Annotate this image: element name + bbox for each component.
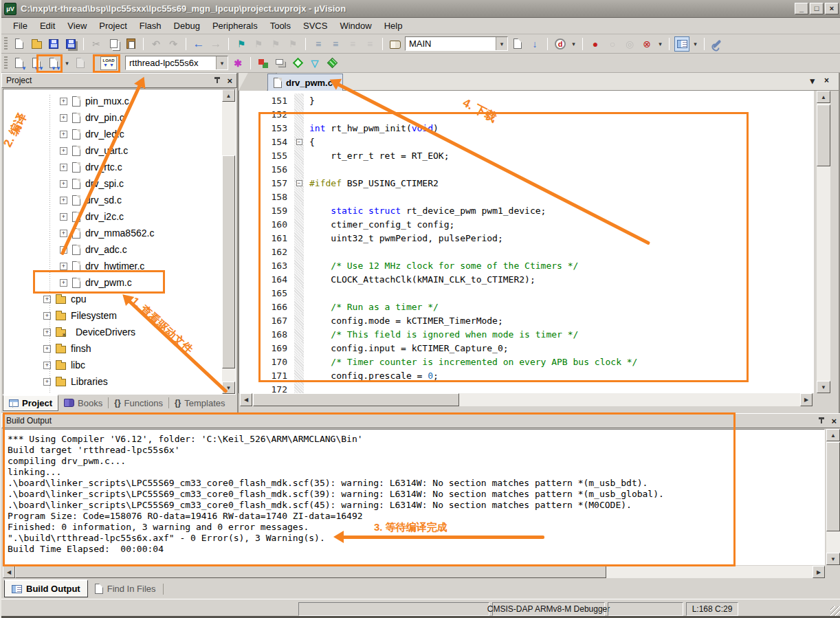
redo-button[interactable]: ↷ (166, 36, 181, 52)
unindent-button[interactable]: ≡ (311, 36, 326, 52)
incremental-find-button[interactable]: ↓ (527, 36, 542, 52)
tree-folder-finsh[interactable]: +finsh (3, 340, 235, 357)
menu-item-peripherals[interactable]: Peripherals (206, 19, 264, 33)
editor-vscrollbar[interactable]: ▲ ▼ (817, 91, 830, 393)
build-output-log[interactable]: *** Using Compiler 'V6.12', folder: 'C:\… (3, 429, 825, 565)
expand-icon[interactable]: + (60, 180, 67, 188)
scroll-thumb[interactable] (222, 155, 235, 368)
comment-button[interactable]: ≡ (345, 36, 360, 52)
scroll-up-button[interactable]: ▲ (826, 429, 840, 441)
scroll-left-button[interactable]: ◀ (3, 566, 15, 578)
tree-file-drv_led.c[interactable]: +drv_led.c (3, 126, 235, 142)
tree-file-drv_sd.c[interactable]: +drv_sd.c (3, 192, 235, 208)
toggle-bookmark-button[interactable]: ⚑ (234, 36, 249, 52)
tab-project[interactable]: Project (3, 395, 58, 411)
expand-icon[interactable]: + (60, 114, 67, 122)
expand-icon[interactable]: + (60, 213, 67, 221)
scroll-up-button[interactable]: ▲ (222, 89, 235, 102)
expand-icon[interactable]: + (60, 279, 67, 287)
pack-installer-button[interactable] (324, 56, 340, 71)
find-combo[interactable]: MAIN ▾ (405, 36, 508, 51)
find-combo-value[interactable]: MAIN (406, 38, 496, 49)
tree-file-drv_spi.c[interactable]: +drv_spi.c (3, 175, 235, 192)
tree-folder-cpu[interactable]: +cpu (3, 291, 235, 307)
open-file-button[interactable] (29, 36, 44, 52)
tab-templates[interactable]: {}Templates (169, 395, 231, 411)
build-output-hscrollbar[interactable]: ◀ ▶ (3, 566, 825, 578)
save-all-button[interactable] (63, 36, 78, 52)
scroll-thumb[interactable] (817, 104, 830, 166)
close-button[interactable]: × (825, 3, 839, 14)
disable-breakpoint-button[interactable]: ○ (605, 36, 620, 52)
window-layout-button[interactable] (674, 36, 689, 52)
project-tree[interactable]: +pin_mux.c+drv_pin.c+drv_led.c+drv_uart.… (3, 89, 236, 395)
find-next-button[interactable] (510, 36, 525, 52)
tab-list-dropdown-icon[interactable]: ▾ (810, 76, 815, 86)
translate-button[interactable]: ▼ (12, 56, 27, 71)
tree-file-drv_mma8562.c[interactable]: +drv_mma8562.c (3, 225, 235, 241)
tab-functions[interactable]: {}Functions (109, 395, 168, 411)
editor-tab-drv-pwm[interactable]: drv_pwm.c (267, 74, 343, 91)
expand-icon[interactable]: + (60, 147, 67, 155)
tree-file-drv_i2c.c[interactable]: +drv_i2c.c (3, 208, 235, 225)
rebuild-button[interactable]: ▼▼ (46, 56, 61, 71)
prev-bookmark-button[interactable]: ⚑ (251, 36, 266, 52)
tree-file-drv_pwm.c[interactable]: +drv_pwm.c (3, 274, 235, 291)
download-button[interactable]: LOAD▼▼ (98, 56, 119, 71)
scroll-left-button[interactable]: ◀ (240, 393, 252, 406)
breakpoint-dropdown[interactable]: ▾ (656, 41, 664, 47)
window-layout-dropdown[interactable]: ▾ (692, 41, 699, 47)
expand-icon[interactable]: + (60, 230, 67, 237)
undo-button[interactable]: ↶ (148, 36, 164, 52)
tree-file-drv_rtc.c[interactable]: +drv_rtc.c (3, 159, 235, 175)
batch-build-dropdown[interactable]: ▾ (63, 60, 71, 67)
save-button[interactable] (46, 36, 61, 52)
menu-item-debug[interactable]: Debug (168, 19, 206, 33)
scroll-thumb[interactable] (826, 442, 840, 531)
expand-icon[interactable]: + (60, 197, 67, 204)
toolbar-grip[interactable] (4, 37, 8, 51)
tree-folder-Libraries[interactable]: +Libraries (3, 373, 235, 390)
tree-folder-DeviceDrivers[interactable]: +✳DeviceDrivers (3, 324, 235, 340)
expand-icon[interactable]: + (60, 131, 67, 138)
tree-file-drv_pin.c[interactable]: +drv_pin.c (3, 109, 235, 126)
filter-packs-button[interactable]: ▽ (307, 56, 322, 71)
build-button[interactable]: ▼▼ (29, 56, 44, 71)
menu-item-file[interactable]: File (7, 19, 34, 33)
tree-file-drv_adc.c[interactable]: +drv_adc.c (3, 241, 235, 258)
new-file-button[interactable] (12, 36, 27, 52)
tree-file-drv_hwtimer.c[interactable]: +drv_hwtimer.c (3, 258, 235, 274)
scroll-right-button[interactable]: ▶ (813, 566, 825, 578)
tab-books[interactable]: Books (58, 395, 108, 411)
menu-item-flash[interactable]: Flash (133, 19, 168, 33)
navigate-forward-button[interactable]: → (208, 36, 223, 52)
maximize-button[interactable]: □ (810, 3, 824, 14)
minimize-button[interactable]: _ (795, 3, 808, 14)
disable-all-breakpoints-button[interactable]: ◎ (622, 36, 637, 52)
expand-icon[interactable]: + (60, 263, 67, 270)
tree-file-drv_uart.c[interactable]: +drv_uart.c (3, 142, 235, 159)
indent-button[interactable]: ≡ (328, 36, 343, 52)
configure-button[interactable] (709, 36, 725, 52)
menu-item-window[interactable]: Window (333, 19, 377, 33)
menu-item-project[interactable]: Project (93, 19, 133, 33)
next-bookmark-button[interactable]: ⚑ (268, 36, 283, 52)
resize-grip[interactable] (830, 606, 840, 616)
pin-icon[interactable] (817, 417, 826, 425)
scroll-down-button[interactable]: ▼ (817, 381, 830, 393)
find-in-files-button[interactable] (388, 36, 403, 52)
target-combo-value[interactable]: rtthread-lpc55s6x (126, 58, 216, 68)
tree-folder-Filesystem[interactable]: +Filesystem (3, 307, 235, 324)
target-combo[interactable]: rtthread-lpc55s6x ▾ (125, 56, 228, 70)
manage-project-items-button[interactable] (273, 56, 288, 71)
insert-breakpoint-button[interactable]: ● (588, 36, 603, 52)
tree-folder-libc[interactable]: +libc (3, 357, 235, 373)
scroll-right-button[interactable]: ▶ (800, 393, 813, 406)
build-output-close-icon[interactable]: × (831, 417, 837, 426)
pin-icon[interactable] (213, 76, 221, 85)
clear-bookmarks-button[interactable]: ⚑ (285, 36, 300, 52)
menu-item-edit[interactable]: Edit (34, 19, 61, 33)
scroll-up-button[interactable]: ▲ (817, 91, 830, 103)
tab-build-output[interactable]: Build Output (4, 580, 88, 597)
fold-collapse-icon[interactable]: − (296, 180, 302, 186)
